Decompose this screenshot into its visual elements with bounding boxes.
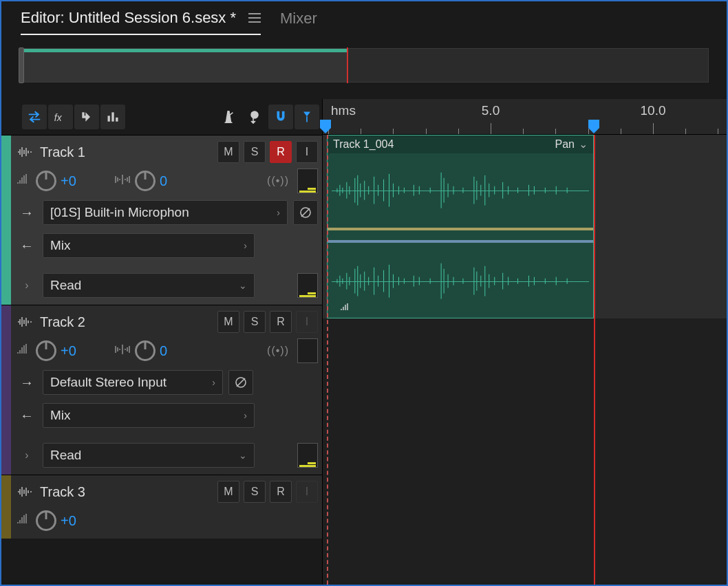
snap-button[interactable] bbox=[268, 105, 293, 129]
eq-button[interactable] bbox=[100, 105, 125, 129]
automation-mode-select[interactable]: Read ⌄ bbox=[43, 443, 255, 468]
input-monitor-button[interactable]: I bbox=[296, 481, 318, 503]
overview-zoom-handle[interactable] bbox=[19, 47, 24, 83]
panel-menu-icon[interactable] bbox=[248, 13, 261, 23]
pan-icon bbox=[114, 173, 131, 188]
pan-knob[interactable] bbox=[135, 171, 156, 191]
metronome-button[interactable] bbox=[216, 105, 241, 129]
track-color-strip[interactable] bbox=[1, 475, 11, 539]
output-select[interactable]: Mix › bbox=[43, 233, 255, 258]
volume-value[interactable]: +0 bbox=[61, 343, 85, 359]
waveform-icon bbox=[17, 316, 33, 328]
chevron-down-icon[interactable]: ⌄ bbox=[579, 138, 588, 151]
chevron-right-icon: › bbox=[244, 410, 247, 421]
chevron-right-icon: › bbox=[277, 207, 280, 218]
clip-volume-line[interactable] bbox=[328, 228, 593, 230]
input-select[interactable]: Default Stereo Input › bbox=[43, 370, 223, 395]
fx-button[interactable]: fx bbox=[48, 105, 73, 129]
panel-tab-bar: Editor: Untitled Session 6.sesx * Mixer bbox=[1, 1, 727, 36]
track-panel-2[interactable]: Track 2 M S R I +0 bbox=[1, 305, 322, 475]
input-select[interactable]: [01S] Built-in Microphon › bbox=[43, 200, 288, 225]
monitor-icon[interactable]: ((•)) bbox=[267, 175, 289, 187]
clip-menu-label[interactable]: Pan bbox=[555, 138, 575, 151]
output-select[interactable]: Mix › bbox=[43, 403, 255, 428]
ruler-tick-label: 10.0 bbox=[641, 103, 666, 118]
timeline[interactable]: hms 5.0 10.0 bbox=[322, 99, 727, 586]
pan-knob[interactable] bbox=[135, 340, 156, 361]
track-name[interactable]: Track 2 bbox=[40, 314, 211, 330]
chevron-right-icon: › bbox=[212, 377, 215, 388]
input-arrow-icon: → bbox=[17, 205, 37, 221]
mute-button[interactable]: M bbox=[217, 481, 239, 503]
level-meter bbox=[297, 273, 318, 298]
ruler-tick-label: 5.0 bbox=[482, 103, 500, 118]
clip-name: Track 1_004 bbox=[333, 138, 394, 151]
tab-editor-label: Editor: Untitled Session 6.sesx * bbox=[21, 9, 236, 27]
track-panel-3[interactable]: Track 3 M S R I +0 bbox=[1, 475, 322, 539]
audio-clip[interactable]: Track 1_004 Pan ⌄ bbox=[327, 135, 594, 318]
track-lane-3[interactable] bbox=[323, 502, 727, 586]
mute-button[interactable]: M bbox=[217, 311, 239, 333]
track-toolbar: fx bbox=[1, 99, 322, 135]
svg-rect-2 bbox=[111, 112, 114, 121]
sends-button[interactable] bbox=[74, 105, 99, 129]
volume-knob[interactable] bbox=[36, 510, 56, 531]
overview-playhead[interactable] bbox=[347, 47, 348, 83]
rewind-to-start-button[interactable] bbox=[242, 105, 267, 129]
pan-value[interactable]: 0 bbox=[160, 173, 184, 189]
record-arm-button[interactable]: R bbox=[270, 481, 292, 503]
track-name[interactable]: Track 3 bbox=[40, 484, 211, 500]
volume-icon bbox=[17, 512, 32, 529]
input-monitor-button[interactable]: I bbox=[296, 141, 318, 163]
waveform-icon bbox=[17, 486, 33, 498]
track-lane-1[interactable]: Track 1_004 Pan ⌄ bbox=[323, 135, 727, 318]
mute-button[interactable]: M bbox=[217, 141, 239, 163]
record-arm-button[interactable]: R bbox=[270, 141, 292, 163]
level-meter bbox=[297, 443, 318, 468]
clip-volume-icon[interactable] bbox=[340, 302, 351, 314]
chevron-right-icon: › bbox=[244, 240, 247, 251]
playhead-tool-button[interactable] bbox=[295, 105, 319, 129]
input-label: [01S] Built-in Microphon bbox=[50, 205, 189, 220]
input-label: Default Stereo Input bbox=[50, 375, 167, 390]
svg-rect-3 bbox=[116, 118, 118, 122]
volume-knob[interactable] bbox=[36, 340, 56, 361]
clip-pan-line[interactable] bbox=[328, 240, 593, 243]
svg-rect-1 bbox=[108, 116, 110, 121]
track-color-strip[interactable] bbox=[1, 305, 11, 475]
inputs-outputs-button[interactable] bbox=[22, 105, 47, 129]
playhead[interactable] bbox=[594, 135, 595, 586]
automation-mode-select[interactable]: Read ⌄ bbox=[43, 273, 255, 298]
expand-automation-button[interactable]: › bbox=[17, 279, 37, 292]
chevron-down-icon: ⌄ bbox=[239, 280, 247, 291]
automation-mode-label: Read bbox=[50, 448, 81, 463]
tab-editor[interactable]: Editor: Untitled Session 6.sesx * bbox=[21, 9, 261, 35]
waveform-icon bbox=[17, 146, 33, 158]
track-lane-2[interactable] bbox=[323, 318, 727, 502]
volume-value[interactable]: +0 bbox=[61, 173, 85, 189]
time-ruler[interactable]: hms 5.0 10.0 bbox=[323, 99, 727, 135]
solo-button[interactable]: S bbox=[244, 311, 266, 333]
phase-invert-button[interactable] bbox=[293, 200, 318, 225]
input-monitor-button[interactable]: I bbox=[296, 311, 318, 333]
output-arrow-icon: ← bbox=[17, 408, 37, 424]
record-arm-button[interactable]: R bbox=[270, 311, 292, 333]
pan-value[interactable]: 0 bbox=[160, 343, 184, 359]
track-name[interactable]: Track 1 bbox=[40, 144, 211, 160]
volume-icon bbox=[17, 173, 32, 189]
timeline-overview[interactable] bbox=[19, 48, 709, 83]
solo-button[interactable]: S bbox=[244, 141, 266, 163]
volume-knob[interactable] bbox=[36, 171, 56, 191]
tab-mixer[interactable]: Mixer bbox=[280, 10, 317, 34]
volume-value[interactable]: +0 bbox=[61, 513, 85, 529]
tab-mixer-label: Mixer bbox=[280, 10, 317, 28]
expand-automation-button[interactable]: › bbox=[17, 449, 37, 462]
track-color-strip[interactable] bbox=[1, 135, 11, 305]
solo-button[interactable]: S bbox=[244, 481, 266, 503]
phase-invert-button[interactable] bbox=[228, 370, 253, 395]
monitor-icon[interactable]: ((•)) bbox=[267, 345, 289, 357]
track-panel-1[interactable]: Track 1 M S R I +0 bbox=[1, 135, 322, 305]
waveform-left bbox=[328, 153, 593, 228]
record-start-marker bbox=[327, 135, 328, 586]
ruler-unit-label[interactable]: hms bbox=[331, 103, 356, 118]
